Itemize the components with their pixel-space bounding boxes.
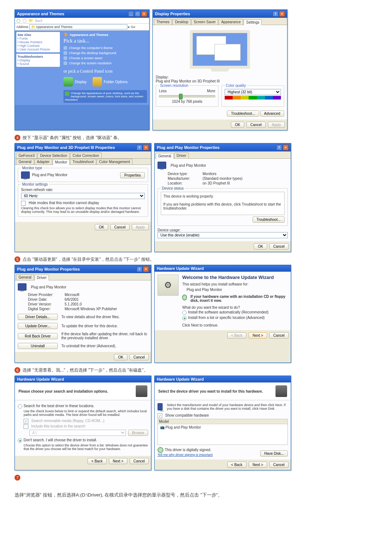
troubleshoot-button[interactable]: Troubleshoot...	[227, 110, 259, 117]
tab-themes[interactable]: Themes	[154, 19, 172, 25]
ok-button[interactable]: OK	[95, 224, 108, 230]
refresh-rate-select[interactable]: 60 Hertz	[21, 193, 145, 199]
next-button[interactable]: Next >	[109, 458, 127, 464]
cancel-button[interactable]: Cancel	[130, 458, 149, 464]
troubleshoot-button[interactable]: Troubleshoot...	[253, 216, 285, 223]
tab-geforce[interactable]: GeForce3	[16, 153, 37, 158]
tab-monitor[interactable]: Monitor	[53, 159, 70, 165]
help-icon[interactable]: ?	[273, 11, 278, 17]
task-theme[interactable]: Change the computer's theme	[64, 45, 147, 50]
tab-color-mgmt[interactable]: Color Management	[97, 159, 132, 165]
list-item[interactable]: Plug and Play Monitor	[166, 425, 201, 429]
model-list[interactable]: Model 📺 Plug and Play Monitor	[158, 419, 288, 445]
help-icon[interactable]: ?	[276, 145, 282, 150]
tab-adapter[interactable]: Adapter	[34, 159, 52, 165]
device-usage-select[interactable]: Use this device (enable)	[158, 232, 288, 238]
back-button[interactable]: < Back	[87, 458, 107, 464]
cancel-button[interactable]: Cancel	[269, 462, 289, 468]
uninstall-button[interactable]: Uninstall	[18, 343, 58, 349]
hardware-wizard-select-driver: Hardware Update Wizard Select the device…	[154, 376, 291, 470]
tab-screensaver[interactable]: Screen Saver	[191, 19, 219, 25]
why-signing-link[interactable]: Tell me why driver signing is important	[158, 453, 213, 457]
tab-driver[interactable]: Driver	[174, 153, 189, 158]
ok-button[interactable]: OK	[254, 243, 267, 250]
driver-details-button[interactable]: Driver Details...	[18, 314, 58, 320]
search-icon[interactable]: Back	[35, 19, 42, 23]
maximize-icon[interactable]: □	[135, 11, 140, 17]
task-resolution[interactable]: Change the screen resolution	[64, 61, 147, 66]
display-properties-window: Display Properties ?× Themes Desktop Scr…	[152, 9, 287, 130]
tab-device-selection[interactable]: Device Selection	[37, 153, 69, 158]
signed-icon	[158, 447, 163, 453]
color-quality-label: Color quality	[225, 84, 247, 88]
have-disk-button[interactable]: Have Disk...	[260, 450, 288, 457]
hide-modes-checkbox[interactable]	[21, 201, 26, 206]
color-quality-select[interactable]: Highest (32 bit)	[225, 89, 281, 95]
browse-button: Browse	[128, 430, 148, 436]
window-title: Plug and Play Monitor Properties	[157, 145, 220, 150]
tab-driver[interactable]: Driver	[34, 275, 49, 280]
wizard-heading: Welcome to the Hardware Update Wizard	[182, 275, 288, 280]
close-icon[interactable]: ×	[141, 11, 147, 17]
wizard-subheading: Select the device driver you want to ins…	[158, 389, 263, 393]
tab-appearance[interactable]: Appearance	[219, 19, 243, 25]
check-include-location[interactable]	[24, 424, 28, 429]
next-button[interactable]: Next >	[249, 462, 267, 468]
task-background[interactable]: Change the desktop background	[64, 50, 147, 56]
close-icon[interactable]: ×	[143, 266, 149, 272]
minimize-icon[interactable]: _	[128, 11, 134, 17]
advanced-button[interactable]: Advanced	[260, 110, 284, 117]
close-icon[interactable]: ×	[283, 145, 289, 150]
cancel-button[interactable]: Cancel	[269, 332, 289, 339]
cancel-button[interactable]: Cancel	[269, 243, 289, 250]
wizard-icon	[136, 385, 147, 397]
back-button[interactable]: ◯	[16, 19, 20, 23]
tab-desktop[interactable]: Desktop	[172, 19, 191, 25]
tab-color-correction[interactable]: Color Correction	[70, 153, 102, 158]
folder-icon[interactable]: 📁	[29, 19, 33, 23]
troubleshooters-box: Troubleshooters • Display• Sound	[16, 54, 60, 67]
help-icon[interactable]: ?	[136, 145, 142, 150]
help-icon[interactable]: ?	[136, 266, 142, 272]
back-button[interactable]: < Back	[227, 332, 246, 339]
close-icon[interactable]: ×	[279, 11, 285, 17]
tab-general[interactable]: General	[16, 159, 34, 165]
ok-button[interactable]: OK	[114, 354, 127, 360]
cp-display[interactable]: Display	[64, 77, 87, 86]
step-4-text: 按下 "显示器" 条的 "属性" 按钮，选择 "驱动器" 条。	[23, 135, 122, 141]
cp-folder-options[interactable]: Folder Options	[93, 77, 128, 86]
cancel-button[interactable]: Cancel	[130, 354, 149, 360]
tab-general[interactable]: General	[156, 153, 174, 159]
step-5-text: 点击 "驱动器更新"，选择 "在目录中安装"，然后点击 "下一步" 按钮。	[23, 256, 154, 263]
properties-button[interactable]: Properties	[120, 172, 145, 178]
show-compatible-checkbox[interactable]	[158, 413, 162, 418]
tab-settings[interactable]: Settings	[244, 19, 262, 25]
check-removable[interactable]	[24, 419, 28, 424]
ok-button[interactable]: OK	[231, 122, 244, 128]
radio-search[interactable]: Search for the best driver in these loca…	[18, 404, 148, 409]
radio-dont-search[interactable]: Don't search. I will choose the driver t…	[18, 438, 148, 443]
monitor-icon	[18, 283, 26, 291]
rollback-driver-button[interactable]: Roll Back Driver	[18, 333, 58, 339]
cancel-button[interactable]: Cancel	[246, 122, 266, 128]
address-bar[interactable]: Address 📁 Appearance and Themes ▸ Go	[15, 24, 149, 31]
cancel-button[interactable]: Cancel	[110, 224, 130, 230]
forward-button[interactable]: ◯	[23, 19, 26, 23]
step-5-badge: 5	[15, 256, 20, 262]
apply-button[interactable]: Apply	[132, 224, 149, 230]
update-driver-button[interactable]: Update Driver...	[18, 323, 58, 329]
apply-button[interactable]: Apply	[268, 122, 285, 128]
cd-icon	[182, 295, 187, 300]
close-icon[interactable]: ×	[143, 145, 149, 150]
back-button[interactable]: < Back	[227, 462, 246, 468]
next-button[interactable]: Next >	[249, 332, 267, 339]
resolution-slider[interactable]	[159, 95, 215, 97]
tab-general[interactable]: General	[16, 274, 34, 280]
radio-advanced[interactable]: Install from a list or specific location…	[182, 316, 288, 320]
radio-auto[interactable]: Install the software automatically (Reco…	[182, 310, 288, 315]
window-title: Plug and Play Monitor and 3D Prophet III…	[17, 145, 115, 150]
hardware-wizard-welcome: Hardware Update Wizard ⚙ Welcome to the …	[154, 265, 291, 363]
task-screensaver[interactable]: Choose a screen saver	[64, 56, 147, 61]
tab-troubleshoot[interactable]: Troubleshoot	[70, 159, 96, 165]
description-note: Change the appearance of your desktop, s…	[64, 90, 147, 103]
